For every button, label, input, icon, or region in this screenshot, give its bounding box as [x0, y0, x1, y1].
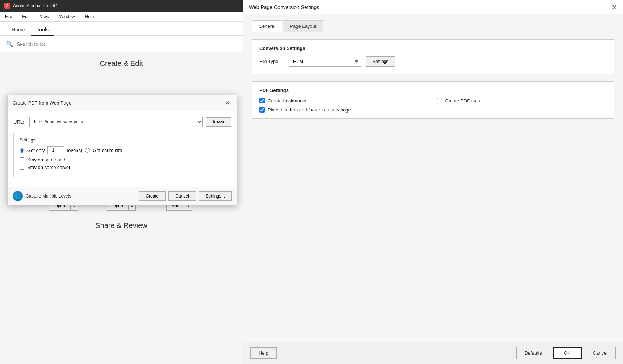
file-type-select[interactable]: HTML ASCII text — [289, 56, 361, 67]
create-pdf-tags-checkbox[interactable] — [437, 98, 442, 103]
settings-btn-footer[interactable]: Settings... — [199, 191, 232, 201]
app-icon: A — [4, 3, 10, 9]
get-entire-radio[interactable] — [85, 148, 90, 153]
create-pdf-dialog: Create PDF from Web Page ✕ URL: https://… — [7, 95, 237, 205]
create-pdf-tags-label: Create PDF tags — [445, 98, 480, 103]
menu-view[interactable]: View — [38, 13, 51, 21]
cancel-btn[interactable]: Cancel — [168, 191, 196, 201]
create-pdf-tags-row: Create PDF tags — [437, 98, 607, 103]
wpcs-content: General Page Layout Conversion Settings … — [243, 14, 623, 342]
stay-same-path-checkbox[interactable] — [20, 157, 24, 162]
settings-group-label: Settings — [20, 137, 225, 143]
wpcs-footer: Help Defaults OK Cancel — [243, 342, 623, 364]
section-share-review: Share & Review — [0, 218, 243, 233]
menu-edit[interactable]: Edit — [20, 13, 32, 21]
acrobat-titlebar: A Adobe Acrobat Pro DC — [0, 0, 243, 12]
section-create-edit: Create & Edit — [6, 59, 237, 68]
create-pdf-titlebar: Create PDF from Web Page ✕ — [8, 95, 237, 111]
pdf-settings-box: PDF Settings Create bookmarks Create PDF… — [252, 81, 614, 119]
place-headers-label: Place headers and footers on new page — [268, 107, 351, 113]
wpcs-defaults-btn[interactable]: Defaults — [516, 347, 550, 359]
globe-icon: 🌐 — [13, 191, 23, 201]
stay-same-server-checkbox[interactable] — [20, 165, 24, 170]
stay-same-path-label: Stay on same path — [27, 157, 66, 162]
browse-btn[interactable]: Browse — [206, 117, 231, 127]
menu-file[interactable]: File — [3, 13, 14, 21]
get-only-label: Get only — [27, 148, 45, 153]
pdf-settings-grid: Create bookmarks Create PDF tags Place h… — [259, 98, 607, 113]
wpcs-close-btn[interactable]: ✕ — [612, 3, 617, 11]
search-bar: 🔍 — [0, 36, 243, 52]
place-headers-checkbox[interactable] — [259, 107, 265, 113]
settings-group: Settings Get only 1 level(s) Get entire … — [13, 133, 231, 177]
capture-label: Capture Multiple Levels — [26, 194, 71, 199]
stay-same-path-row: Stay on same path — [20, 157, 225, 162]
tab-page-layout[interactable]: Page Layout — [283, 20, 323, 32]
levels-label: level(s) — [67, 148, 82, 153]
get-entire-label: Get entire site — [93, 148, 122, 153]
app-title: Adobe Acrobat Pro DC — [13, 3, 57, 8]
wpcs-titlebar: Web Page Conversion Settings ✕ — [243, 0, 623, 14]
get-only-row: Get only 1 level(s) Get entire site — [20, 146, 225, 154]
create-bookmarks-checkbox[interactable] — [259, 98, 265, 103]
menubar: File Edit View Window Help — [0, 12, 243, 22]
create-bookmarks-label: Create bookmarks — [268, 98, 306, 103]
stay-same-server-label: Stay on same server — [27, 165, 70, 170]
wpcs-cancel-btn[interactable]: Cancel — [585, 347, 616, 359]
create-pdf-close-btn[interactable]: ✕ — [223, 99, 232, 107]
wpcs-title: Web Page Conversion Settings — [249, 4, 319, 10]
main-content: Create & Edit — [0, 52, 243, 82]
conversion-settings-title: Conversion Settings — [259, 46, 607, 51]
tab-general[interactable]: General — [252, 20, 282, 32]
conversion-settings-box: Conversion Settings File Type: HTML ASCI… — [252, 39, 614, 74]
menu-help[interactable]: Help — [83, 13, 96, 21]
search-input[interactable] — [17, 41, 237, 47]
create-pdf-title: Create PDF from Web Page — [13, 100, 71, 106]
main-tabs: Home Tools — [0, 22, 243, 36]
get-only-radio[interactable] — [20, 148, 24, 153]
wpcs-ok-btn[interactable]: OK — [553, 347, 582, 359]
conversion-settings-btn[interactable]: Settings — [366, 56, 395, 67]
wpcs-tabs: General Page Layout — [252, 20, 614, 32]
url-row: URL: https://updf.com/ocr-pdfs/ Browse — [13, 117, 231, 127]
url-label: URL: — [13, 119, 26, 125]
levels-input[interactable]: 1 — [47, 146, 64, 154]
file-type-label: File Type: — [259, 59, 285, 64]
create-bookmarks-row: Create bookmarks — [259, 98, 430, 103]
url-input[interactable]: https://updf.com/ocr-pdfs/ — [29, 117, 203, 127]
tab-tools[interactable]: Tools — [31, 24, 54, 36]
footer-left: 🌐 Capture Multiple Levels — [13, 191, 71, 201]
create-btn[interactable]: Create — [139, 191, 166, 201]
wpcs-help-btn[interactable]: Help — [250, 347, 277, 359]
create-pdf-footer: 🌐 Capture Multiple Levels Create Cancel … — [8, 187, 237, 205]
stay-same-server-row: Stay on same server — [20, 165, 225, 170]
place-headers-row: Place headers and footers on new page — [259, 107, 430, 113]
create-pdf-body: URL: https://updf.com/ocr-pdfs/ Browse S… — [8, 111, 237, 187]
search-icon: 🔍 — [6, 41, 13, 47]
menu-window[interactable]: Window — [57, 13, 77, 21]
file-type-row: File Type: HTML ASCII text Settings — [259, 56, 607, 67]
tab-home[interactable]: Home — [6, 24, 31, 36]
wpcs-dialog: Web Page Conversion Settings ✕ General P… — [243, 0, 623, 364]
pdf-settings-title: PDF Settings — [259, 88, 607, 93]
wpcs-footer-btns: Defaults OK Cancel — [516, 347, 616, 359]
